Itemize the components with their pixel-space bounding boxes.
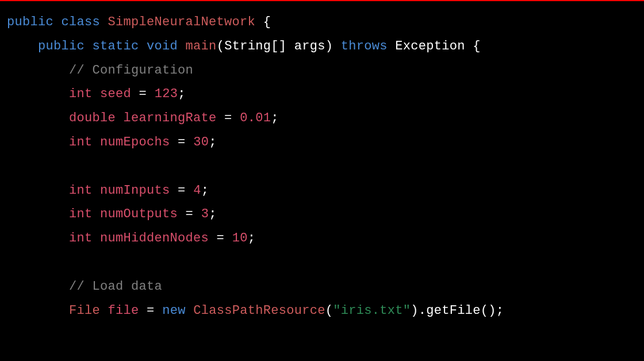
semicolon: ; bbox=[248, 231, 256, 245]
semicolon: ; bbox=[209, 207, 217, 221]
keyword-int: int bbox=[69, 135, 93, 149]
keyword-int: int bbox=[69, 207, 93, 221]
keyword-public: public bbox=[7, 15, 53, 29]
keyword-int: int bbox=[69, 231, 93, 245]
var-num-outputs: numOutputs bbox=[100, 207, 178, 221]
brace-open: { bbox=[473, 39, 481, 53]
number-literal: 0.01 bbox=[240, 111, 271, 125]
method-getfile: getFile bbox=[426, 304, 481, 318]
operator-eq: = bbox=[178, 183, 186, 198]
param-args: args bbox=[294, 39, 325, 53]
var-file: file bbox=[108, 304, 139, 318]
operator-eq: = bbox=[217, 231, 225, 245]
paren: ) bbox=[325, 39, 334, 53]
keyword-void: void bbox=[147, 39, 178, 53]
method-main: main bbox=[186, 39, 217, 53]
keyword-int: int bbox=[69, 183, 93, 198]
paren: ) bbox=[488, 304, 496, 318]
semicolon: ; bbox=[178, 87, 186, 101]
paren: ( bbox=[481, 304, 489, 318]
number-literal: 10 bbox=[232, 231, 248, 245]
operator-eq: = bbox=[139, 87, 147, 101]
var-seed: seed bbox=[100, 87, 131, 101]
var-num-hidden-nodes: numHiddenNodes bbox=[100, 231, 209, 245]
string-literal: "iris.txt" bbox=[333, 304, 411, 318]
semicolon: ; bbox=[496, 304, 504, 318]
keyword-public: public bbox=[38, 39, 85, 53]
keyword-double: double bbox=[69, 111, 116, 125]
class-classpathresource: ClassPathResource bbox=[193, 304, 325, 318]
number-literal: 123 bbox=[155, 87, 178, 101]
paren: ) bbox=[411, 304, 419, 318]
comment: // Load data bbox=[69, 279, 162, 294]
var-num-inputs: numInputs bbox=[100, 183, 170, 198]
keyword-throws: throws bbox=[341, 39, 388, 53]
keyword-new: new bbox=[162, 304, 186, 318]
semicolon: ; bbox=[209, 135, 217, 149]
paren: ( bbox=[325, 304, 334, 318]
operator-eq: = bbox=[224, 111, 232, 125]
semicolon: ; bbox=[271, 111, 279, 125]
number-literal: 4 bbox=[193, 183, 201, 198]
operator-eq: = bbox=[147, 304, 155, 318]
operator-eq: = bbox=[178, 135, 186, 149]
var-num-epochs: numEpochs bbox=[100, 135, 170, 149]
class-name: SimpleNeuralNetwork bbox=[108, 15, 256, 29]
type-file: File bbox=[69, 304, 100, 318]
keyword-int: int bbox=[69, 87, 93, 101]
brace-open: { bbox=[263, 15, 271, 29]
operator-eq: = bbox=[186, 207, 194, 221]
number-literal: 30 bbox=[193, 135, 209, 149]
keyword-class: class bbox=[62, 15, 101, 29]
paren: ( bbox=[217, 39, 225, 53]
semicolon: ; bbox=[201, 183, 209, 198]
var-learning-rate: learningRate bbox=[124, 111, 217, 125]
dot: . bbox=[419, 304, 427, 318]
code-block: public class SimpleNeuralNetwork { publi… bbox=[7, 10, 637, 322]
keyword-static: static bbox=[93, 39, 139, 53]
type-exception: Exception bbox=[395, 39, 465, 53]
number-literal: 3 bbox=[201, 207, 209, 221]
comment: // Configuration bbox=[69, 63, 193, 78]
type-string-array: String[] bbox=[224, 39, 286, 53]
